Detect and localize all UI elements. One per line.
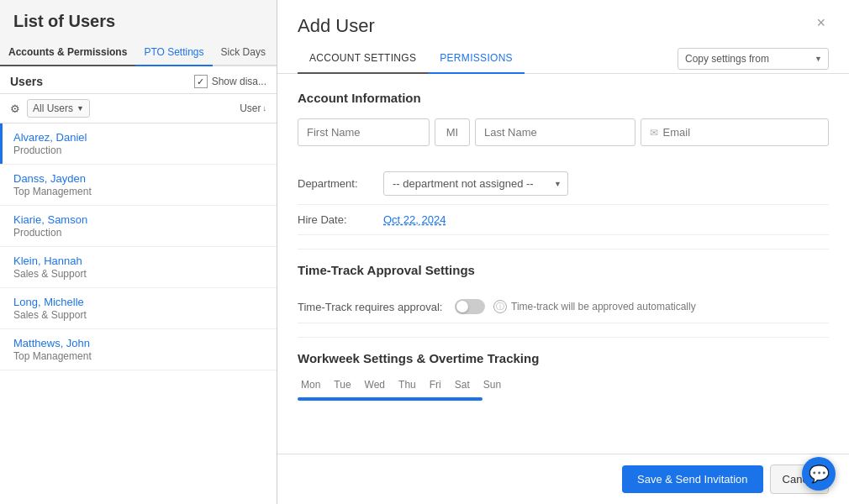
workweek-section: Workweek Settings & Overtime Tracking Mo… bbox=[298, 351, 829, 401]
modal-tabs: ACCOUNT SETTINGS PERMISSIONS Copy settin… bbox=[277, 44, 849, 74]
dow-tue: Tue bbox=[334, 379, 351, 391]
time-track-toggle-wrap: ⓘ Time-track will be approved automatica… bbox=[455, 299, 696, 314]
first-name-input[interactable] bbox=[298, 118, 430, 146]
dow-thu: Thu bbox=[398, 379, 416, 391]
workweek-bar-row bbox=[298, 397, 829, 401]
user-dept: Top Management bbox=[13, 350, 263, 362]
last-name-input[interactable] bbox=[475, 118, 635, 146]
all-users-filter[interactable]: All Users ▼ bbox=[27, 99, 90, 118]
list-item[interactable]: Matthews, John Top Management bbox=[0, 329, 277, 370]
copy-settings-select-wrap[interactable]: Copy settings from bbox=[678, 48, 829, 70]
user-dept: Production bbox=[13, 227, 263, 239]
filter-row: ⚙ All Users ▼ User ↓ bbox=[0, 94, 277, 123]
time-track-label: Time-Track requires approval: bbox=[298, 301, 445, 313]
section-divider-1 bbox=[298, 249, 829, 249]
user-name: Danss, Jayden bbox=[13, 172, 263, 185]
show-disabled-label: Show disa... bbox=[212, 76, 266, 87]
department-label: Department: bbox=[298, 177, 373, 190]
dow-fri: Fri bbox=[430, 379, 441, 391]
dow-sat: Sat bbox=[455, 379, 470, 391]
modal-footer: Save & Send Invitation Cancel bbox=[277, 454, 849, 504]
tab-account-settings[interactable]: ACCOUNT SETTINGS bbox=[298, 44, 428, 74]
dow-mon: Mon bbox=[301, 379, 320, 391]
user-sort-button[interactable]: User ↓ bbox=[240, 102, 266, 114]
show-disabled-toggle[interactable]: ✓ Show disa... bbox=[194, 75, 266, 88]
time-track-row: Time-Track requires approval: ⓘ Time-tra… bbox=[298, 291, 829, 323]
chat-bubble-button[interactable]: 💬 bbox=[802, 457, 836, 491]
user-name: Alvarez, Daniel bbox=[13, 131, 263, 144]
selected-indicator bbox=[0, 123, 3, 164]
dow-sun: Sun bbox=[483, 379, 501, 391]
hire-date-row: Hire Date: Oct 22, 2024 bbox=[298, 205, 829, 235]
info-icon[interactable]: ⓘ bbox=[493, 300, 507, 313]
email-icon: ✉ bbox=[650, 127, 658, 139]
modal-title: Add User bbox=[298, 15, 375, 37]
add-user-modal: Add User × ACCOUNT SETTINGS PERMISSIONS … bbox=[277, 0, 849, 504]
time-track-toggle[interactable] bbox=[455, 299, 485, 314]
user-name: Kiarie, Samson bbox=[13, 213, 263, 226]
save-send-invitation-button[interactable]: Save & Send Invitation bbox=[622, 465, 763, 493]
user-dept: Sales & Support bbox=[13, 268, 263, 280]
department-select-wrap[interactable]: -- department not assigned -- bbox=[383, 171, 568, 196]
dow-wed: Wed bbox=[365, 379, 385, 391]
email-field-wrap[interactable]: ✉ bbox=[641, 118, 829, 146]
list-item[interactable]: Klein, Hannah Sales & Support bbox=[0, 247, 277, 288]
chat-icon: 💬 bbox=[809, 464, 830, 484]
list-item[interactable]: Kiarie, Samson Production bbox=[0, 206, 277, 247]
hire-date-label: Hire Date: bbox=[298, 213, 373, 226]
toggle-knob bbox=[456, 301, 468, 312]
page-title: List of Users bbox=[0, 0, 277, 39]
hire-date-value[interactable]: Oct 22, 2024 bbox=[383, 213, 446, 226]
account-info-fields: ✉ bbox=[298, 118, 829, 146]
filter-icon: ⚙ bbox=[10, 102, 20, 115]
copy-settings-container: Copy settings from bbox=[678, 48, 829, 70]
user-dept: Top Management bbox=[13, 186, 263, 197]
users-header: Users ✓ Show disa... bbox=[0, 66, 277, 94]
account-info-title: Account Information bbox=[298, 91, 829, 105]
user-name: Long, Michelle bbox=[13, 296, 263, 308]
list-item[interactable]: Long, Michelle Sales & Support bbox=[0, 288, 277, 329]
tab-group: ACCOUNT SETTINGS PERMISSIONS bbox=[298, 44, 525, 73]
time-track-title: Time-Track Approval Settings bbox=[298, 263, 829, 277]
email-input[interactable] bbox=[663, 119, 820, 145]
modal-header: Add User × bbox=[277, 0, 849, 37]
workweek-title: Workweek Settings & Overtime Tracking bbox=[298, 351, 829, 365]
sort-arrow-icon: ↓ bbox=[263, 104, 267, 113]
user-dept: Production bbox=[13, 144, 263, 156]
close-button[interactable]: × bbox=[813, 15, 829, 30]
department-row: Department: -- department not assigned -… bbox=[298, 163, 829, 205]
show-disabled-checkbox[interactable]: ✓ bbox=[194, 75, 208, 88]
tab-accounts-permissions[interactable]: Accounts & Permissions bbox=[0, 39, 135, 66]
user-name: Klein, Hannah bbox=[13, 255, 263, 267]
left-panel: List of Users Accounts & Permissions PTO… bbox=[0, 0, 277, 504]
mi-input[interactable] bbox=[435, 118, 470, 146]
tab-pto-settings[interactable]: PTO Settings bbox=[135, 39, 212, 66]
days-of-week-row: Mon Tue Wed Thu Fri Sat Sun bbox=[298, 379, 829, 391]
modal-body: Account Information ✉ Department: -- dep… bbox=[277, 74, 849, 454]
workweek-bar bbox=[298, 397, 483, 401]
tab-sick-days[interactable]: Sick Days bbox=[213, 39, 274, 65]
department-select[interactable]: -- department not assigned -- bbox=[383, 171, 568, 196]
auto-approve-text: Time-track will be approved automaticall… bbox=[511, 301, 696, 312]
users-section-title: Users bbox=[10, 75, 43, 88]
users-list: Alvarez, Daniel Production Danss, Jayden… bbox=[0, 123, 277, 504]
tab-permissions[interactable]: PERMISSIONS bbox=[428, 44, 525, 74]
filter-label: All Users bbox=[33, 102, 73, 114]
toggle-info: ⓘ Time-track will be approved automatica… bbox=[493, 300, 696, 313]
section-divider-2 bbox=[298, 337, 829, 338]
user-name: Matthews, John bbox=[13, 337, 263, 349]
user-dept: Sales & Support bbox=[13, 309, 263, 321]
copy-settings-select[interactable]: Copy settings from bbox=[678, 48, 829, 70]
list-item[interactable]: Alvarez, Daniel Production bbox=[0, 123, 277, 165]
filter-chevron-icon: ▼ bbox=[76, 104, 84, 113]
left-tabs: Accounts & Permissions PTO Settings Sick… bbox=[0, 39, 277, 66]
list-item[interactable]: Danss, Jayden Top Management bbox=[0, 165, 277, 206]
sort-label: User bbox=[240, 102, 261, 114]
